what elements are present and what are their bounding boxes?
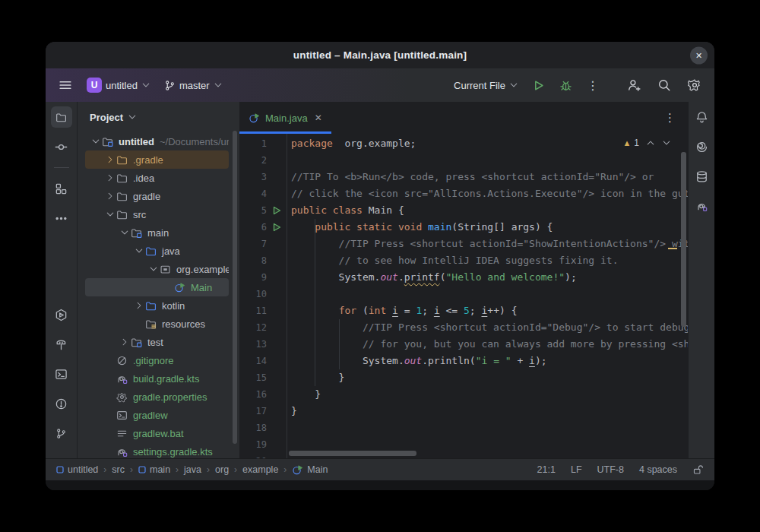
editor-options-kebab-icon[interactable]: ⋮	[664, 111, 676, 125]
code-line[interactable]: //TIP To <b>Run</b> code, press <shortcu…	[291, 169, 688, 185]
gradle-tool-icon[interactable]	[691, 195, 712, 217]
main-menu-button[interactable]	[55, 74, 76, 96]
code-line[interactable]: public static void main(String[] args) {	[291, 219, 688, 236]
project-tool-icon[interactable]	[51, 106, 72, 128]
build-tool-icon[interactable]	[51, 334, 72, 355]
project-widget[interactable]: U untitled	[84, 74, 154, 96]
next-problem-chevron-down-icon[interactable]	[662, 138, 671, 147]
tree-item-resources[interactable]: resources	[85, 315, 229, 333]
breadcrumb-src[interactable]: src	[112, 464, 125, 475]
chevron-right-icon[interactable]	[118, 337, 131, 347]
tree-item-org-example[interactable]: org.example	[85, 260, 229, 278]
problems-tool-icon[interactable]	[51, 393, 72, 414]
tree-item--idea[interactable]: .idea	[85, 169, 229, 187]
file-encoding[interactable]: UTF-8	[597, 464, 624, 475]
chevron-down-icon[interactable]	[147, 264, 160, 274]
breadcrumb-java[interactable]: java	[184, 464, 201, 475]
code-line[interactable]: // to see how IntelliJ IDEA suggests fix…	[291, 252, 688, 269]
code-line[interactable]: System.out.println("i = " + i);	[291, 353, 688, 369]
close-window-button[interactable]: ✕	[690, 46, 708, 64]
unlock-icon[interactable]	[692, 464, 704, 476]
title-bar[interactable]: untitled – Main.java [untitled.main] ✕	[46, 42, 714, 68]
code-line[interactable]: // for you, but you can always add more …	[291, 336, 688, 353]
chevron-right-icon[interactable]	[103, 192, 116, 201]
tree-item-gradle[interactable]: gradle	[85, 187, 229, 205]
project-panel-header[interactable]: Project	[78, 102, 239, 132]
settings-button[interactable]	[684, 74, 705, 96]
terminal-tool-icon[interactable]	[51, 363, 72, 385]
debug-button[interactable]	[555, 74, 576, 96]
warning-count: 1	[634, 138, 639, 148]
code-line[interactable]: public class Main {	[291, 202, 688, 219]
run-configuration-selector[interactable]: Current File	[451, 77, 521, 94]
code-line[interactable]: }	[291, 386, 688, 403]
tab-main-java[interactable]: Main.java ✕	[239, 102, 331, 134]
chevron-down-icon[interactable]	[89, 137, 102, 146]
tree-item-untitled[interactable]: untitled~/Documents/un	[85, 132, 229, 150]
caret-position[interactable]: 21:1	[537, 464, 556, 475]
code-line[interactable]: System.out.printf("Hello and welcome!");	[291, 269, 688, 286]
chevron-right-icon[interactable]	[103, 155, 116, 164]
tree-item--gradle[interactable]: .gradle	[85, 150, 229, 169]
chevron-right-icon[interactable]	[103, 173, 116, 182]
code-line[interactable]	[291, 286, 688, 302]
breadcrumb-example[interactable]: example	[242, 464, 278, 475]
run-line-icon[interactable]	[267, 206, 287, 215]
breadcrumb-main[interactable]: Main	[292, 464, 328, 476]
code-line[interactable]: }	[291, 369, 688, 386]
breadcrumb-org[interactable]: org	[215, 464, 229, 475]
tree-item-kotlin[interactable]: kotlin	[85, 296, 229, 315]
commit-tool-icon[interactable]	[51, 136, 72, 157]
tree-item-test[interactable]: test	[85, 333, 229, 351]
vcs-branch-widget[interactable]: master	[161, 77, 226, 94]
tree-item-gradle-properties[interactable]: gradle.properties	[85, 388, 229, 406]
run-button[interactable]	[527, 74, 549, 96]
tree-item-src[interactable]: src	[85, 205, 229, 223]
tree-item-gradlew-bat[interactable]: gradlew.bat	[85, 424, 229, 442]
project-scrollbar[interactable]	[233, 131, 237, 444]
code-editor-area[interactable]: 1234567891011121314151617181920 package …	[239, 134, 688, 458]
version-control-tool-icon[interactable]	[51, 423, 72, 444]
breadcrumb-main[interactable]: main	[138, 464, 170, 475]
code-with-me-button[interactable]	[623, 74, 644, 96]
editor-horizontal-scrollbar[interactable]	[289, 451, 416, 456]
code-token: int	[369, 305, 386, 316]
ai-assistant-icon[interactable]	[691, 136, 712, 157]
more-tool-windows-icon[interactable]	[51, 207, 72, 229]
code-line[interactable]: }	[291, 403, 688, 420]
code-line[interactable]	[291, 420, 688, 436]
resources-folder-icon	[145, 318, 160, 330]
code-line[interactable]: for (int i = 1; i <= 5; i++) {	[291, 302, 688, 319]
services-tool-icon[interactable]	[51, 304, 72, 325]
tree-item-settings-gradle-kts[interactable]: settings.gradle.kts	[85, 442, 229, 458]
search-everywhere-button[interactable]	[654, 74, 675, 96]
code-line[interactable]: //TIP Press <shortcut actionId="Debug"/>…	[291, 319, 688, 336]
tab-close-icon[interactable]: ✕	[315, 112, 322, 123]
more-actions-button[interactable]: ⋮	[582, 74, 603, 96]
database-tool-icon[interactable]	[691, 166, 712, 187]
notifications-bell-icon[interactable]	[691, 106, 712, 128]
tree-item--gitignore[interactable]: .gitignore	[85, 351, 229, 369]
run-line-icon[interactable]	[267, 223, 287, 232]
tree-item-build-gradle-kts[interactable]: build.gradle.kts	[85, 369, 229, 388]
structure-tool-icon[interactable]	[51, 178, 72, 199]
close-icon: ✕	[695, 50, 702, 60]
chevron-right-icon[interactable]	[132, 301, 145, 310]
inspection-widget[interactable]: ▲ 1	[622, 138, 671, 148]
tree-item-java[interactable]: java	[85, 242, 229, 260]
code-text[interactable]: package org.example;//TIP To <b>Run</b> …	[287, 134, 688, 458]
tree-item-main[interactable]: main	[85, 223, 229, 242]
chevron-down-icon[interactable]	[132, 246, 145, 255]
chevron-down-icon[interactable]	[103, 210, 116, 219]
tree-item-gradlew[interactable]: gradlew	[85, 406, 229, 424]
indent-size[interactable]: 4 spaces	[639, 464, 677, 475]
prev-problem-chevron-up-icon[interactable]	[646, 138, 655, 147]
code-line[interactable]: //TIP Press <shortcut actionId="ShowInte…	[291, 236, 688, 252]
tree-item-main[interactable]: Main	[85, 278, 229, 296]
chevron-down-icon[interactable]	[118, 228, 131, 237]
breadcrumb-untitled[interactable]: untitled	[56, 464, 98, 475]
code-line[interactable]	[291, 152, 688, 169]
code-line[interactable]: // click the <icon src="AllIcons.Actions…	[291, 185, 688, 202]
line-ending[interactable]: LF	[571, 464, 582, 475]
editor-vertical-scrollbar[interactable]	[681, 152, 686, 327]
